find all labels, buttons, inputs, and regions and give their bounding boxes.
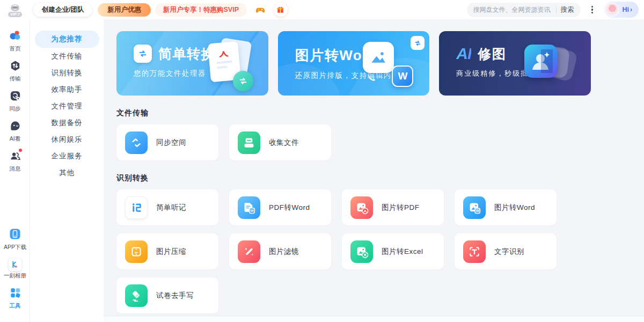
rail-item-label: APP下载	[4, 244, 26, 251]
sidebar-item-label: 企业服务	[52, 151, 83, 161]
tool-card-text-recognition[interactable]: 文字识别	[455, 233, 557, 269]
image-compress-icon	[125, 240, 148, 263]
rail-item-photo-album[interactable]: 一刻相册	[4, 258, 26, 280]
transfer-icon	[9, 60, 21, 74]
tool-card-image-to-word[interactable]: W 图片转Word	[455, 189, 557, 225]
sidebar-item-entertainment[interactable]: 休闲娱乐	[35, 131, 99, 148]
banner-title: 简单转换	[158, 45, 215, 63]
tool-card-image-to-excel[interactable]: 图片转Excel	[342, 233, 444, 269]
category-sidebar: 为您推荐 文件传输 识别转换 效率助手 文件管理 数据备份 休闲娱乐 企业服务 …	[30, 19, 104, 322]
vip-badge: VIP 7	[8, 12, 23, 17]
sidebar-item-file-manage[interactable]: 文件管理	[35, 98, 99, 114]
home-icon	[9, 29, 21, 44]
rail-item-messages[interactable]: 消息	[9, 150, 21, 173]
collect-files-icon	[238, 131, 260, 154]
messages-icon	[9, 150, 21, 164]
gift-icon[interactable]	[274, 3, 288, 17]
tool-label: 简单听记	[156, 203, 186, 213]
rail-item-sync[interactable]: 同步	[9, 90, 21, 113]
rail-item-label: 一刻相册	[4, 272, 26, 280]
banner-ai-retouch[interactable]: AI 修图 商业级精修，秒级批量修图	[439, 31, 591, 96]
tool-label: 图片压缩	[156, 247, 186, 257]
sidebar-item-label: 为您推荐	[52, 34, 83, 44]
banner-image-to-word[interactable]: 图片转Word 还原图片排版，支持编辑内容 W	[278, 31, 430, 96]
promo-banners: 简单转换 您的万能文件处理器 图片转Word 还原图片排版，支持编辑内容	[116, 31, 591, 96]
rail-item-label: 首页	[10, 45, 21, 53]
rail-item-label: 同步	[10, 105, 21, 113]
rail-item-home[interactable]: 首页	[9, 29, 21, 53]
search-button[interactable]: 搜索	[561, 5, 574, 14]
ai-view-icon	[9, 120, 21, 134]
tool-label: 收集文件	[269, 138, 299, 148]
image-to-word-illustration: W	[362, 42, 415, 88]
photo-album-icon	[9, 258, 21, 271]
tool-card-pdf-to-word[interactable]: W PDF转Word	[229, 189, 331, 225]
image-filter-icon	[238, 240, 260, 263]
sync-icon	[9, 90, 21, 104]
tool-card-image-to-pdf[interactable]: 图片转PDF	[342, 189, 444, 225]
tool-card-collect-files[interactable]: 收集文件	[229, 125, 331, 160]
search-bar[interactable]: 搜索	[467, 3, 581, 17]
svg-text:W: W	[250, 208, 254, 213]
tool-card-simple-listen[interactable]: 简单听记	[116, 189, 218, 225]
tool-card-exam-handwriting-removal[interactable]: 试卷去手写	[116, 277, 218, 313]
app-logo[interactable]: VIP 7	[0, 3, 30, 17]
sidebar-item-other[interactable]: 其他	[35, 164, 99, 181]
avatar	[605, 3, 619, 17]
sidebar-item-label: 文件传输	[52, 52, 83, 61]
tool-label: 文字识别	[494, 247, 524, 257]
ai-retouch-illustration	[524, 45, 576, 83]
new-user-offer-button[interactable]: 新用户优惠	[98, 3, 151, 17]
sidebar-item-label: 识别转换	[52, 68, 83, 78]
image-icon	[363, 42, 394, 73]
tool-label: 图片转PDF	[382, 203, 420, 213]
ai-logo: AI	[456, 45, 471, 63]
app-download-icon	[9, 228, 21, 243]
rail-item-label: 传输	[10, 75, 21, 83]
tool-grid-recognition: 简单听记 W PDF转Word 图片转PDF W 图片转Word 图片压缩 图片…	[116, 189, 578, 313]
sidebar-item-label: 休闲娱乐	[52, 135, 83, 144]
rail-item-label: 工具	[10, 302, 21, 310]
chevron-right-icon: ›	[630, 6, 632, 13]
rail-item-app-download[interactable]: APP下载	[4, 228, 26, 251]
sidebar-item-recognition-convert[interactable]: 识别转换	[35, 64, 99, 81]
sidebar-item-label: 数据备份	[52, 118, 83, 128]
tool-grid-file-transfer: 同步空间 收集文件	[116, 125, 578, 160]
text-recognition-icon	[463, 240, 486, 263]
gamepad-icon[interactable]	[254, 3, 267, 16]
sidebar-item-label: 其他	[59, 168, 75, 178]
image-to-pdf-icon	[350, 196, 373, 219]
simple-listen-icon	[125, 196, 148, 219]
sidebar-item-file-transfer[interactable]: 文件传输	[35, 48, 99, 64]
sidebar-item-data-backup[interactable]: 数据备份	[35, 114, 99, 131]
svip-promo-button[interactable]: 新用户专享！特惠购SVIP	[155, 3, 247, 17]
tool-label: 试卷去手写	[156, 291, 194, 301]
sidebar-item-label: 效率助手	[52, 85, 83, 94]
greeting-label: Hi	[623, 6, 630, 13]
tool-label: 图片转Excel	[382, 247, 423, 257]
tool-card-sync-space[interactable]: 同步空间	[116, 125, 218, 160]
section-title: 识别转换	[116, 173, 631, 183]
search-input[interactable]	[473, 6, 552, 13]
mascot-logo-icon	[11, 4, 19, 11]
sidebar-item-enterprise[interactable]: 企业服务	[35, 148, 99, 164]
account-pill[interactable]: Hi ›	[604, 2, 639, 18]
rail-item-label: AI看	[10, 135, 20, 143]
rail-item-transfer[interactable]: 传输	[9, 60, 21, 83]
banner-simple-convert[interactable]: 简单转换 您的万能文件处理器	[116, 31, 268, 96]
tool-label: 同步空间	[156, 138, 186, 148]
svg-text:W: W	[475, 209, 479, 213]
create-team-button[interactable]: 创建企业/团队	[33, 3, 92, 17]
tool-card-image-filter[interactable]: 图片滤镜	[229, 233, 331, 269]
banner-title: 修图	[478, 45, 506, 63]
main-content: 简单转换 您的万能文件处理器 图片转Word 还原图片排版，支持编辑内容	[104, 19, 644, 322]
rail-item-ai-view[interactable]: AI看	[9, 120, 21, 143]
rail-item-tools[interactable]: 工具	[9, 287, 21, 310]
tool-card-image-compress[interactable]: 图片压缩	[116, 233, 218, 269]
sidebar-item-recommended[interactable]: 为您推荐	[35, 31, 99, 48]
tool-label: 图片滤镜	[269, 247, 299, 257]
sidebar-item-efficiency[interactable]: 效率助手	[35, 81, 99, 98]
image-to-word-icon: W	[463, 196, 486, 219]
sync-space-icon	[125, 131, 148, 154]
more-menu-icon[interactable]	[587, 3, 598, 16]
